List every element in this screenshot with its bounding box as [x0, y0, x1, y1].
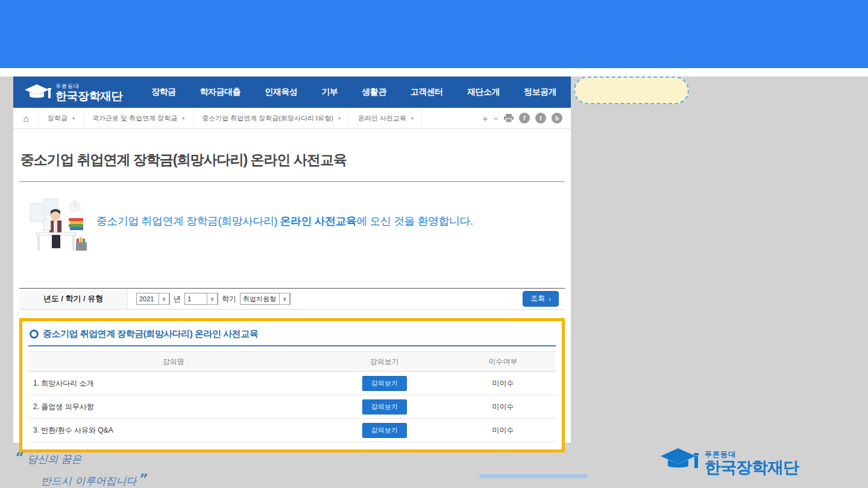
table-row: 3. 반환/환수 사유와 Q&A 강의보기 미이수	[28, 419, 556, 442]
menu-disclosure[interactable]: 정보공개	[524, 87, 556, 98]
search-button[interactable]: 조회 ›	[523, 291, 559, 307]
chevron-down-icon: ▾	[72, 116, 75, 121]
menu-dormitory[interactable]: 생활관	[362, 87, 386, 98]
search-button-label: 조회	[530, 293, 545, 304]
breadcrumb-label: 장학금	[48, 114, 68, 123]
menu-talent[interactable]: 인재육성	[265, 87, 297, 98]
font-zoom-in-icon[interactable]: +	[482, 114, 488, 123]
select-arrow-icon: ∨	[159, 293, 169, 305]
menu-student-loan[interactable]: 학자금대출	[200, 87, 241, 98]
lecture-name: 1. 희망사다리 소개	[28, 372, 318, 395]
close-quote-icon: ”	[140, 471, 148, 488]
completion-status: 미이수	[450, 372, 556, 395]
graduation-cap-icon	[24, 83, 52, 102]
table-row: 1. 희망사다리 소개 강의보기 미이수	[28, 372, 556, 395]
footer-slogan: “ 당신의 꿈은 반드시 이루어집니다 ”	[16, 447, 148, 488]
lecture-section-header: 중소기업 취업연계 장학금(희망사다리) 온라인 사전교육	[28, 324, 556, 346]
twitter-icon[interactable]: t	[535, 113, 546, 124]
menu-donation[interactable]: 기부	[321, 87, 338, 98]
breadcrumb-sme-scholarship[interactable]: 중소기업 취업연계 장학금(희망사다리 Ⅰ유형) ▾	[193, 108, 350, 128]
arrow-right-icon: ›	[549, 295, 551, 302]
section-bullet-icon	[30, 330, 39, 339]
footer-kosaf-logo: 푸른등대 한국장학재단	[660, 446, 799, 476]
bottom-accent-bar	[479, 474, 588, 478]
top-blue-banner	[0, 0, 868, 68]
welcome-message: 중소기업 취업연계 장학금(희망사다리) 온라인 사전교육에 오신 것을 환영합…	[96, 214, 473, 228]
chevron-down-icon: ▾	[182, 116, 184, 121]
select-arrow-icon: ∨	[207, 293, 218, 305]
facebook-icon[interactable]: f	[519, 113, 530, 124]
year-value: 2021	[137, 295, 159, 302]
type-select[interactable]: 취업지원형 ∨	[240, 293, 291, 305]
footer-logo-title: 한국장학재단	[705, 460, 799, 476]
table-row: 2. 졸업생 의무사항 강의보기 미이수	[28, 395, 556, 419]
logo-subtitle: 푸른등대	[55, 84, 122, 89]
home-icon[interactable]: ⌂	[13, 108, 39, 128]
view-lecture-button[interactable]: 강의보기	[362, 399, 407, 414]
page-title: 중소기업 취업연계 장학금(희망사다리) 온라인 사전교육	[20, 151, 564, 169]
chevron-down-icon: ▾	[411, 116, 414, 121]
blog-icon[interactable]: b	[552, 113, 562, 124]
menu-about[interactable]: 재단소개	[467, 87, 500, 98]
menu-customer-center[interactable]: 고객센터	[410, 87, 443, 98]
main-menu: 장학금 학자금대출 인재육성 기부 생활관 고객센터 재단소개 정보공개	[151, 87, 556, 98]
semester-value: 1	[185, 295, 207, 302]
semester-select[interactable]: 1 ∨	[184, 293, 218, 305]
graduation-cap-icon	[660, 446, 700, 476]
page-tools: + − f t b	[482, 113, 571, 124]
semester-suffix-label: 학기	[222, 294, 236, 304]
select-arrow-icon: ∨	[279, 293, 290, 305]
view-lecture-button[interactable]: 강의보기	[362, 376, 407, 391]
breadcrumb-work-study[interactable]: 국가근로 및 취업연계 장학금 ▾	[84, 108, 193, 128]
breadcrumb-online-education[interactable]: 온라인 사전교육 ▾	[350, 108, 423, 128]
col-lecture-name: 강의명	[28, 352, 318, 372]
lecture-section-highlight: 중소기업 취업연계 장학금(희망사다리) 온라인 사전교육 강의명 강의보기 이…	[19, 318, 565, 452]
year-select[interactable]: 2021 ∨	[136, 293, 170, 305]
menu-scholarship[interactable]: 장학금	[151, 87, 176, 98]
col-view-lecture: 강의보기	[318, 352, 450, 372]
banner-divider	[0, 68, 868, 77]
breadcrumb-label: 중소기업 취업연계 장학금(희망사다리 Ⅰ유형)	[202, 114, 333, 123]
lecture-table: 강의명 강의보기 이수여부 1. 희망사다리 소개 강의보기 미이수 2. 졸업…	[28, 351, 556, 442]
slogan-line2: 반드시 이루어집니다	[41, 475, 136, 487]
completion-status: 미이수	[450, 395, 556, 419]
kosaf-logo[interactable]: 푸른등대 한국장학재단	[24, 83, 122, 102]
browser-capture-panel: 푸른등대 한국장학재단 장학금 학자금대출 인재육성 기부 생활관 고객센터 재…	[13, 77, 571, 443]
welcome-post: 에 오신 것을 환영합니다.	[357, 215, 473, 227]
lecture-table-header-row: 강의명 강의보기 이수여부	[28, 352, 556, 372]
logo-title: 한국장학재단	[55, 90, 122, 102]
type-value: 취업지원형	[241, 295, 279, 304]
filter-label: 년도 / 학기 / 유형	[19, 289, 128, 309]
desk-illustration	[25, 195, 88, 265]
completion-status: 미이수	[450, 419, 556, 442]
global-nav-bar: 푸른등대 한국장학재단 장학금 학자금대출 인재육성 기부 생활관 고객센터 재…	[13, 77, 571, 108]
chevron-down-icon: ▾	[338, 116, 341, 121]
col-completion: 이수여부	[450, 352, 556, 372]
breadcrumb: ⌂ 장학금 ▾ 국가근로 및 취업연계 장학금 ▾ 중소기업 취업연계 장학금(…	[13, 108, 571, 129]
title-divider	[19, 181, 565, 182]
print-icon[interactable]	[504, 114, 514, 122]
breadcrumb-label: 국가근로 및 취업연계 장학금	[92, 114, 177, 123]
view-lecture-button[interactable]: 강의보기	[362, 423, 407, 438]
breadcrumb-scholarship[interactable]: 장학금 ▾	[39, 108, 84, 128]
filter-row: 년도 / 학기 / 유형 2021 ∨ 년 1 ∨ 학기 취업지원형 ∨ 조회	[19, 288, 565, 310]
breadcrumb-label: 온라인 사전교육	[358, 114, 406, 123]
lecture-section-title: 중소기업 취업연계 장학금(희망사다리) 온라인 사전교육	[43, 328, 258, 340]
welcome-pre: 중소기업 취업연계 장학금(희망사다리)	[96, 215, 280, 227]
annotation-callout	[574, 77, 689, 104]
lecture-name: 2. 졸업생 의무사항	[28, 395, 318, 419]
screenshot-root: 푸른등대 한국장학재단 장학금 학자금대출 인재육성 기부 생활관 고객센터 재…	[0, 0, 868, 488]
font-zoom-out-icon[interactable]: −	[493, 114, 498, 123]
slogan-line1: 당신의 꿈은	[27, 453, 81, 465]
welcome-section: 중소기업 취업연계 장학금(희망사다리) 온라인 사전교육에 오신 것을 환영합…	[25, 194, 571, 266]
welcome-bold: 온라인 사전교육	[280, 215, 357, 227]
lecture-name: 3. 반환/환수 사유와 Q&A	[28, 419, 318, 442]
year-suffix-label: 년	[174, 294, 181, 304]
open-quote-icon: “	[16, 449, 24, 466]
filter-controls: 2021 ∨ 년 1 ∨ 학기 취업지원형 ∨ 조회 ›	[128, 291, 565, 307]
footer-logo-subtitle: 푸른등대	[705, 451, 799, 458]
